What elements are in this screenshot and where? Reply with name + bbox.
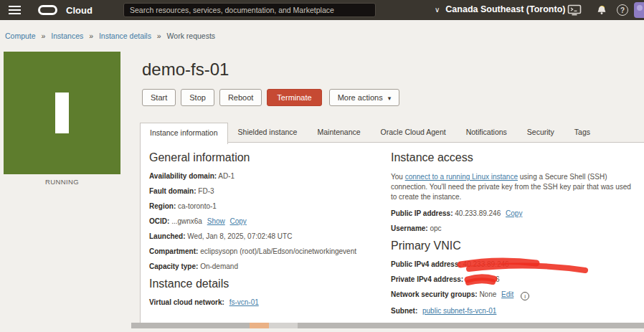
field-label: Availability domain: <box>149 172 217 180</box>
general-information-section: General information Availability domain:… <box>149 151 393 313</box>
breadcrumb-compute[interactable]: Compute <box>5 32 36 40</box>
instance-access-heading: Instance access <box>391 151 636 164</box>
instance-details-heading: Instance details <box>149 278 393 290</box>
oracle-logo <box>38 5 57 15</box>
user-avatar[interactable] <box>634 2 644 18</box>
horizontal-scrollbar[interactable] <box>131 323 644 328</box>
field-compartment: Compartment: eclipsysopn (root)/Lab/Edso… <box>149 247 393 256</box>
connect-linux-instance-link[interactable]: connect to a running Linux instance <box>405 173 518 181</box>
field-value: On-demand <box>200 262 238 270</box>
info-icon[interactable]: i <box>521 292 529 300</box>
tab-security[interactable]: Security <box>517 123 564 143</box>
reboot-button[interactable]: Reboot <box>219 89 262 106</box>
field-label: Fault domain: <box>149 187 196 195</box>
field-capacity-type: Capacity type: On-demand <box>149 262 393 271</box>
breadcrumb-instances[interactable]: Instances <box>51 32 83 40</box>
tab-maintenance[interactable]: Maintenance <box>307 123 370 143</box>
field-region: Region: ca-toronto-1 <box>149 202 393 211</box>
field-private-ipv4-address: Private IPv4 address: 6 <box>391 275 636 284</box>
field-value: 40.233.89.246 <box>463 260 509 268</box>
tab-tags[interactable]: Tags <box>564 123 600 143</box>
breadcrumb-separator-icon: » <box>89 32 93 40</box>
breadcrumb-separator-icon: » <box>42 32 46 40</box>
field-ocid: OCID: ...gwnx6a Show Copy <box>149 217 393 226</box>
start-button[interactable]: Start <box>142 89 176 106</box>
field-label: Private IPv4 address: <box>391 275 463 283</box>
field-label: Virtual cloud network: <box>149 298 224 306</box>
field-virtual-cloud-network: Virtual cloud network: fs-vcn-01 <box>149 298 393 307</box>
intro-prefix: You <box>391 173 403 181</box>
instance-state-icon <box>4 52 120 174</box>
instance-glyph <box>55 93 69 133</box>
field-value: 40.233.89.246 <box>455 209 501 217</box>
field-availability-domain: Availability domain: AD-1 <box>149 172 393 181</box>
terminate-button[interactable]: Terminate <box>267 89 321 106</box>
tab-bar: Instance information Shielded instance M… <box>140 123 600 143</box>
field-label: Public IP address: <box>391 209 453 217</box>
more-actions-label: More actions <box>338 93 383 102</box>
ocid-copy-link[interactable]: Copy <box>230 217 247 225</box>
breadcrumb: Compute » Instances » Instance details »… <box>5 32 215 40</box>
brand-label: Cloud <box>66 5 93 16</box>
tab-notifications[interactable]: Notifications <box>456 123 517 143</box>
general-information-heading: General information <box>149 151 393 164</box>
field-network-security-groups: Network security groups: None Edit i <box>391 290 636 300</box>
region-selector[interactable]: ∨ Canada Southeast (Toronto) <box>435 4 565 14</box>
instance-access-section: Instance access You connect to a running… <box>391 151 636 322</box>
field-subnet: Subnet: public subnet-fs-vcn-01 <box>391 307 636 316</box>
cloud-shell-icon[interactable] <box>567 4 582 16</box>
tab-instance-information[interactable]: Instance information <box>140 123 228 144</box>
field-value: FD-3 <box>198 187 214 195</box>
field-value: AD-1 <box>218 172 235 180</box>
ocid-show-link[interactable]: Show <box>207 217 225 225</box>
field-label: Public IPv4 address: <box>391 260 461 268</box>
page-title: demo-fs-01 <box>142 60 229 80</box>
announcements-bell-icon[interactable] <box>595 4 609 16</box>
menu-icon[interactable] <box>9 6 21 14</box>
breadcrumb-separator-icon: » <box>157 32 161 40</box>
breadcrumb-instance-details[interactable]: Instance details <box>99 32 151 40</box>
field-public-ipv4-address: Public IPv4 address: 40.233.89.246 <box>391 260 636 269</box>
field-value: Wed, Jan 8, 2025, 07:02:48 UTC <box>187 232 292 240</box>
field-value: eclipsysopn (root)/Lab/Edson/ocinetworki… <box>200 247 356 255</box>
action-buttons: Start Stop Reboot Terminate More actions… <box>142 89 399 106</box>
ssh-intro-text: You connect to a running Linux instance … <box>391 172 636 202</box>
chevron-down-icon: ∨ <box>435 6 440 14</box>
vcn-link[interactable]: fs-vcn-01 <box>229 298 259 306</box>
topbar: Cloud ∨ Canada Southeast (Toronto) ? <box>0 0 644 20</box>
field-label: Username: <box>391 224 428 232</box>
status-label: RUNNING <box>4 178 120 186</box>
scrollbar-segment <box>250 323 269 328</box>
field-username: Username: opc <box>391 224 636 233</box>
field-label: Compartment: <box>149 247 198 255</box>
field-label: Launched: <box>149 232 186 240</box>
edit-nsg-link[interactable]: Edit <box>501 290 513 298</box>
tab-shielded-instance[interactable]: Shielded instance <box>228 123 308 143</box>
help-glyph: ? <box>620 6 625 14</box>
field-label: Region: <box>149 202 176 210</box>
subnet-link[interactable]: public subnet-fs-vcn-01 <box>422 307 496 315</box>
redaction-scribble <box>465 276 496 284</box>
field-value: None <box>479 290 496 298</box>
field-label: OCID: <box>149 217 169 225</box>
copy-public-ip-link[interactable]: Copy <box>506 209 522 217</box>
stop-button[interactable]: Stop <box>181 89 214 106</box>
oci-console: Cloud ∨ Canada Southeast (Toronto) ? Com… <box>0 0 644 332</box>
more-actions-button[interactable]: More actions▾ <box>329 89 400 106</box>
primary-vnic-heading: Primary VNIC <box>391 239 636 252</box>
field-public-ip-address: Public IP address: 40.233.89.246 Copy <box>391 209 636 218</box>
tab-oracle-cloud-agent[interactable]: Oracle Cloud Agent <box>371 123 456 143</box>
field-launched: Launched: Wed, Jan 8, 2025, 07:02:48 UTC <box>149 232 393 241</box>
field-value: 6 <box>496 275 500 283</box>
help-icon[interactable]: ? <box>617 4 628 16</box>
field-label: Network security groups: <box>391 290 478 298</box>
region-label: Canada Southeast (Toronto) <box>445 4 565 14</box>
search-input[interactable] <box>123 3 376 17</box>
field-value: ca-toronto-1 <box>178 202 217 210</box>
field-value: opc <box>430 224 441 232</box>
caret-down-icon: ▾ <box>388 95 392 102</box>
scrollbar-segment <box>269 323 298 328</box>
field-fault-domain: Fault domain: FD-3 <box>149 187 393 196</box>
breadcrumb-work-requests[interactable]: Work requests <box>167 32 216 40</box>
field-label: Capacity type: <box>149 262 198 270</box>
